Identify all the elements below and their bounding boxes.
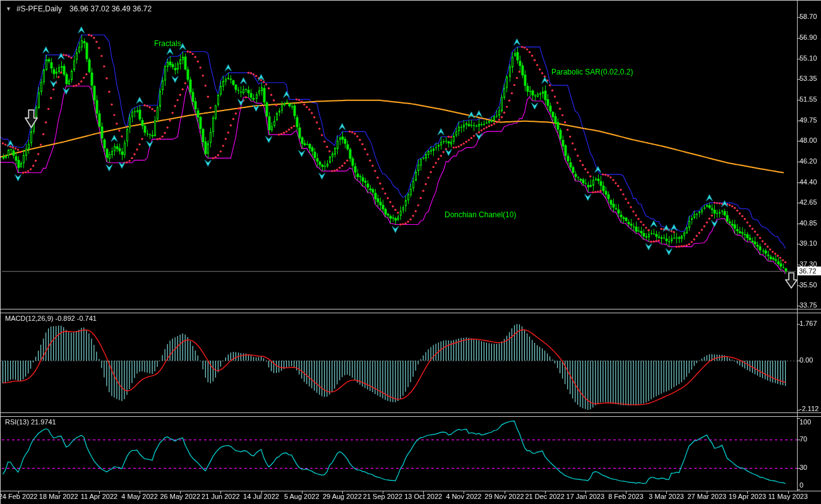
chart-window: ▼ #S-PFE,Daily 36.96 37.02 36.49 36.72 F…: [0, 0, 821, 504]
price-tick-label: 44.40: [800, 178, 817, 186]
price-axis[interactable]: 58.7056.9055.1053.3551.5549.7548.0046.20…: [798, 1, 821, 492]
symbol-name: #S-PFE,Daily: [16, 4, 62, 13]
chart-canvas[interactable]: [1, 1, 821, 504]
parabolic-sar-indicator-label: Parabolic SAR(0.02,0.2): [551, 68, 633, 76]
symbol-dropdown-icon[interactable]: ▼: [6, 6, 11, 12]
fractals-indicator-label: Fractals: [154, 39, 181, 48]
price-tick-label: 33.75: [800, 301, 817, 309]
price-tick-label: 56.90: [800, 33, 817, 41]
price-tick-label: 58.70: [800, 13, 817, 20]
time-axis[interactable]: 24 Feb 202218 Mar 202211 Apr 20224 May 2…: [1, 491, 821, 504]
price-tick-label: 49.75: [800, 116, 817, 124]
price-tick-label: 53.35: [800, 75, 817, 82]
macd-indicator-label: MACD(12,26,9) -0.892 -0.741: [5, 315, 97, 322]
date-tick-label: 11 May 2023: [760, 493, 817, 500]
donchian-indicator-label: Donchian Chanel(10): [445, 210, 516, 219]
price-tick-label: 46.20: [800, 157, 817, 165]
price-tick-label: 48.00: [800, 136, 817, 144]
price-tick-label: 40.85: [800, 219, 817, 227]
rsi-tick-label: 0: [800, 481, 803, 489]
rsi-tick-label: 70: [800, 435, 807, 443]
price-tick-label: 42.65: [800, 198, 817, 206]
price-tick-label: 55.10: [800, 54, 817, 62]
rsi-tick-label: 100: [800, 418, 811, 426]
macd-tick-label: 0.00: [800, 356, 813, 364]
down-arrow-icon: [785, 272, 798, 289]
rsi-indicator-label: RSI(13) 21.9741: [5, 418, 56, 426]
price-tick-label: 35.50: [800, 281, 817, 289]
current-price-label: 36.72: [798, 267, 821, 275]
down-arrow-object[interactable]: [785, 272, 798, 289]
price-tick-label: 39.10: [800, 239, 817, 247]
symbol-title: ▼ #S-PFE,Daily 36.96 37.02 36.49 36.72: [6, 4, 152, 13]
down-arrow-icon: [25, 109, 38, 128]
rsi-tick-label: 30: [800, 464, 807, 471]
macd-tick-label: 1.767: [800, 320, 817, 327]
price-tick-label: 51.55: [800, 95, 817, 103]
macd-tick-label: -2.112: [800, 405, 818, 412]
ohlc-quotes: 36.96 37.02 36.49 36.72: [69, 4, 152, 13]
down-arrow-object[interactable]: [25, 109, 38, 128]
